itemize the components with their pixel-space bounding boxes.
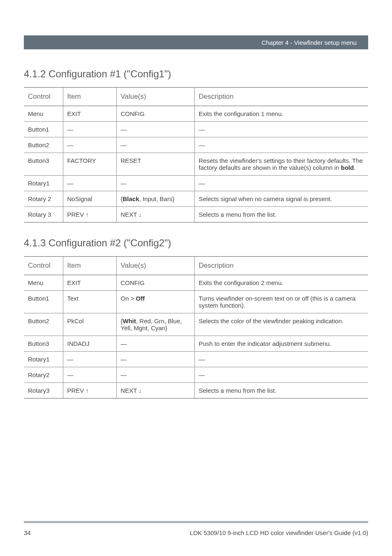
chapter-title: Chapter 4 - Viewfinder setup menu — [261, 39, 357, 46]
section2-title: 4.1.3 Configuration #2 ("Config2") — [24, 237, 368, 249]
value-text: On > — [121, 295, 136, 302]
cell-value: {Black, Input, Bars} — [116, 191, 194, 207]
cell-item: EXIT — [63, 106, 116, 122]
col-value: Value(s) — [116, 257, 194, 275]
col-control: Control — [24, 257, 63, 275]
cell-item: — — [63, 122, 116, 137]
cell-value: — — [116, 367, 194, 383]
cell-item: FACTORY — [63, 153, 116, 176]
page-footer: 34 LDK 5309/10 9-inch LCD HD color viewf… — [24, 529, 368, 536]
cell-control: Button1 — [24, 122, 63, 137]
cell-desc: Resets the viewfinder's settings to thei… — [194, 153, 368, 176]
cell-item: — — [63, 176, 116, 191]
cell-value: — — [116, 137, 194, 153]
col-control: Control — [24, 88, 63, 106]
page-content: 4.1.2 Configuration #1 ("Config1") Contr… — [0, 49, 392, 398]
cell-desc: Selects a menu from the list. — [194, 207, 368, 222]
cell-item: — — [63, 137, 116, 153]
col-item: Item — [63, 88, 116, 106]
cell-value: CONFIG — [116, 275, 194, 291]
cell-desc: Exits the configuration 1 menu. — [194, 106, 368, 122]
cell-control: Button3 — [24, 153, 63, 176]
table-row: Rotary2 — — — — [24, 367, 368, 383]
cell-item: INDADJ — [63, 336, 116, 352]
cell-item: PREV ↑ — [63, 207, 116, 222]
cell-value: On > Off — [116, 291, 194, 313]
table-row: Button1 Text On > Off Turns viewfinder o… — [24, 291, 368, 313]
cell-value: — — [116, 176, 194, 191]
table-header-row: Control Item Value(s) Description — [24, 257, 368, 275]
table-row: Rotary3 PREV ↑ NEXT ↓ Selects a menu fro… — [24, 383, 368, 398]
cell-desc: — — [194, 122, 368, 137]
cell-desc: Turns viewfinder on-screen text on or of… — [194, 291, 368, 313]
table-row: Rotary 3 PREV ↑ NEXT ↓ Selects a menu fr… — [24, 207, 368, 222]
section1-title: 4.1.2 Configuration #1 ("Config1") — [24, 68, 368, 80]
config2-table: Control Item Value(s) Description Menu E… — [24, 256, 368, 398]
cell-desc: — — [194, 176, 368, 191]
cell-control: Rotary 3 — [24, 207, 63, 222]
cell-desc: Selects signal when no camera signal is … — [194, 191, 368, 207]
config1-table: Control Item Value(s) Description Menu E… — [24, 87, 368, 222]
cell-control: Rotary1 — [24, 176, 63, 191]
cell-control: Rotary2 — [24, 367, 63, 383]
cell-desc: — — [194, 352, 368, 367]
table-row: Menu EXIT CONFIG Exits the configuration… — [24, 106, 368, 122]
cell-item: PREV ↑ — [63, 383, 116, 398]
desc-text: . — [354, 164, 355, 171]
cell-value: CONFIG — [116, 106, 194, 122]
cell-control: Button2 — [24, 313, 63, 336]
cell-desc: — — [194, 367, 368, 383]
col-desc: Description — [194, 257, 368, 275]
value-text: , Input, Bars} — [139, 195, 175, 202]
cell-value: {Whit, Red, Grn, Blue, Yell, Mgnt, Cyan} — [116, 313, 194, 336]
cell-control: Button1 — [24, 291, 63, 313]
table-row: Button2 PkCol {Whit, Red, Grn, Blue, Yel… — [24, 313, 368, 336]
cell-item: — — [63, 352, 116, 367]
footer-rule — [24, 521, 368, 523]
table-header-row: Control Item Value(s) Description — [24, 88, 368, 106]
page-number: 34 — [24, 529, 31, 536]
value-bold: Off — [136, 295, 145, 302]
desc-text: Resets the viewfinder's settings to thei… — [199, 157, 363, 171]
cell-value: — — [116, 122, 194, 137]
cell-item: — — [63, 367, 116, 383]
cell-control: Rotary3 — [24, 383, 63, 398]
desc-bold: bold — [341, 164, 354, 171]
cell-control: Button3 — [24, 336, 63, 352]
table-row: Button2 — — — — [24, 137, 368, 153]
cell-value: — — [116, 336, 194, 352]
table-row: Rotary1 — — — — [24, 176, 368, 191]
cell-item: EXIT — [63, 275, 116, 291]
doc-title: LDK 5309/10 9-inch LCD HD color viewfind… — [190, 529, 368, 536]
cell-desc: Selects the color of the viewfinder peak… — [194, 313, 368, 336]
table-row: Button3 FACTORY RESET Resets the viewfin… — [24, 153, 368, 176]
table-row: Button3 INDADJ — Push to enter the indic… — [24, 336, 368, 352]
cell-control: Menu — [24, 106, 63, 122]
table-row: Rotary1 — — — — [24, 352, 368, 367]
table-row: Menu EXIT CONFIG Exits the configuration… — [24, 275, 368, 291]
cell-value: — — [116, 352, 194, 367]
cell-item: Text — [63, 291, 116, 313]
cell-item: NoSignal — [63, 191, 116, 207]
cell-desc: Push to enter the indicator adjustment s… — [194, 336, 368, 352]
cell-value: NEXT ↓ — [116, 383, 194, 398]
cell-desc: Exits the configuration 2 menu. — [194, 275, 368, 291]
table-row: Button1 — — — — [24, 122, 368, 137]
cell-control: Button2 — [24, 137, 63, 153]
chapter-header: Chapter 4 - Viewfinder setup menu — [24, 35, 368, 49]
value-bold: Whit — [123, 317, 136, 324]
cell-item: PkCol — [63, 313, 116, 336]
cell-desc: — — [194, 137, 368, 153]
value-bold: Black — [123, 195, 139, 202]
cell-value: NEXT ↓ — [116, 207, 194, 222]
table-row: Rotary 2 NoSignal {Black, Input, Bars} S… — [24, 191, 368, 207]
col-value: Value(s) — [116, 88, 194, 106]
cell-control: Rotary1 — [24, 352, 63, 367]
col-desc: Description — [194, 88, 368, 106]
cell-desc: Selects a menu from the list. — [194, 383, 368, 398]
cell-control: Rotary 2 — [24, 191, 63, 207]
cell-value: RESET — [116, 153, 194, 176]
cell-control: Menu — [24, 275, 63, 291]
col-item: Item — [63, 257, 116, 275]
